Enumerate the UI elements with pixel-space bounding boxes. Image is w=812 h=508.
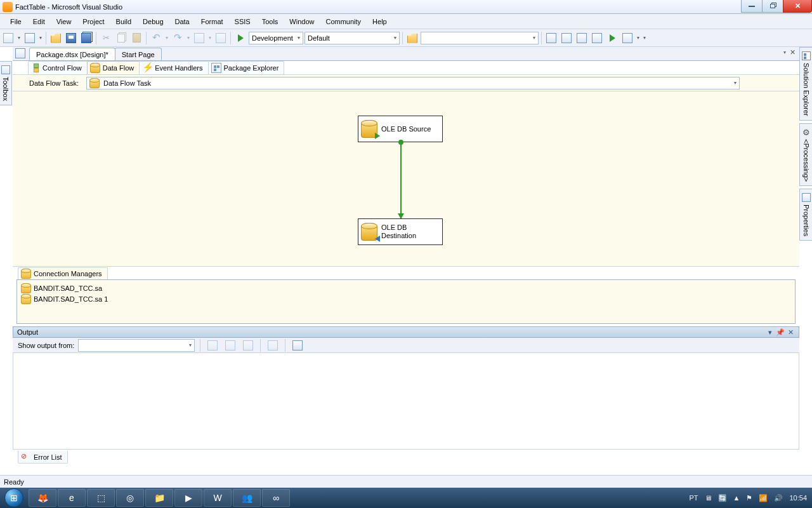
ssis-btn-1[interactable] <box>544 31 558 45</box>
save-button[interactable] <box>64 31 78 45</box>
new-project-dropdown[interactable] <box>16 35 22 41</box>
tab-close-button[interactable]: ✕ <box>790 48 796 57</box>
output-prev-button[interactable] <box>223 338 237 352</box>
tab-list-dropdown[interactable] <box>782 50 787 55</box>
tray-icon-1[interactable]: 🖥 <box>705 494 712 502</box>
start-debug-button[interactable] <box>233 31 247 45</box>
solution-explorer-icon <box>802 51 811 60</box>
menu-build[interactable]: Build <box>111 16 136 27</box>
paste-button[interactable] <box>129 31 143 45</box>
menu-debug[interactable]: Debug <box>138 16 168 27</box>
show-output-from-combo[interactable]: ▾ <box>78 339 195 352</box>
output-panel-header[interactable]: Output ▾ 📌 ✕ <box>13 326 799 338</box>
undo-button[interactable] <box>149 31 163 45</box>
properties-tab[interactable]: Properties <box>799 189 812 241</box>
ssis-btn-4[interactable] <box>590 31 604 45</box>
tab-event-handlers[interactable]: Event Handlers <box>139 61 208 74</box>
ssis-btn-6-dropdown[interactable] <box>636 35 641 41</box>
connection-item[interactable]: BANDIT.SAD_TCC.sa <box>20 283 792 293</box>
connection-managers-tab[interactable]: Connection Managers <box>18 267 108 279</box>
nav-fwd-button[interactable] <box>214 31 228 45</box>
data-flow-task-combo[interactable]: Data Flow Task▾ <box>86 77 740 90</box>
data-flow-canvas[interactable]: OLE DB Source OLE DBDestination <box>13 91 799 267</box>
undo-dropdown[interactable] <box>164 35 169 41</box>
menu-help[interactable]: Help <box>367 16 392 27</box>
taskbar-visual-studio[interactable]: ∞ <box>262 489 290 507</box>
save-all-button[interactable] <box>79 31 93 45</box>
cut-button[interactable] <box>99 31 113 45</box>
tab-control-flow[interactable]: Control Flow <box>28 61 88 74</box>
copy-button[interactable] <box>114 31 128 45</box>
ole-db-source-node[interactable]: OLE DB Source <box>358 116 443 142</box>
start-button[interactable] <box>0 488 28 508</box>
menu-file[interactable]: File <box>5 16 27 27</box>
ssis-btn-6[interactable] <box>620 31 634 45</box>
ssis-btn-3[interactable] <box>575 31 589 45</box>
toolbox-handle-icon[interactable] <box>15 48 25 58</box>
taskbar-explorer[interactable]: 📁 <box>145 489 173 507</box>
output-textarea[interactable] <box>13 353 799 450</box>
redo-button[interactable] <box>171 31 185 45</box>
menu-format[interactable]: Format <box>196 16 228 27</box>
solution-explorer-tab[interactable]: Solution Explorer <box>799 47 812 121</box>
menu-view[interactable]: View <box>51 16 77 27</box>
system-tray[interactable]: PT 🖥 🔄 ▲ ⚑ 📶 🔊 10:54 <box>690 494 812 502</box>
tray-volume-icon[interactable]: 🔊 <box>774 494 783 502</box>
output-next-button[interactable] <box>241 338 255 352</box>
toolbar-overflow[interactable] <box>642 35 647 41</box>
tray-network-icon[interactable]: 📶 <box>759 494 768 502</box>
maximize-button[interactable] <box>762 0 783 13</box>
menu-data[interactable]: Data <box>170 16 195 27</box>
output-find-msg-button[interactable] <box>206 338 219 352</box>
menu-window[interactable]: Window <box>284 16 319 27</box>
taskbar-app-2[interactable]: 👥 <box>233 489 261 507</box>
error-list-tab[interactable]: ⊘Error List <box>18 451 68 464</box>
ssis-btn-2[interactable] <box>560 31 573 45</box>
menu-community[interactable]: Community <box>320 16 366 27</box>
config-combo[interactable]: Development▾ <box>249 32 303 44</box>
taskbar-firefox[interactable]: 🦊 <box>29 489 56 507</box>
output-close-button[interactable]: ✕ <box>786 328 795 337</box>
add-item-dropdown[interactable] <box>38 35 43 41</box>
tray-clock[interactable]: 10:54 <box>789 494 807 502</box>
tab-package-explorer[interactable]: Package Explorer <box>208 61 285 74</box>
tab-data-flow[interactable]: Data Flow <box>87 61 140 74</box>
open-button[interactable] <box>49 31 63 45</box>
nav-back-dropdown[interactable] <box>207 35 213 41</box>
redo-dropdown[interactable] <box>186 35 191 41</box>
connection-managers-panel[interactable]: BANDIT.SAD_TCC.sa BANDIT.SAD_TCC.sa 1 <box>16 279 796 324</box>
ssis-btn-5[interactable] <box>605 31 619 45</box>
tray-flag-icon[interactable]: ▲ <box>733 494 740 502</box>
find-button[interactable] <box>405 31 419 45</box>
output-pin-button[interactable]: 📌 <box>776 328 785 337</box>
tray-icon-2[interactable]: 🔄 <box>718 494 727 502</box>
tab-start-page[interactable]: Start Page <box>115 48 162 60</box>
taskbar-app-1[interactable]: ⬚ <box>87 489 115 507</box>
taskbar-media[interactable]: ▶ <box>174 489 202 507</box>
tab-package-dtsx[interactable]: Package.dtsx [Design]* <box>29 48 115 60</box>
output-clear-button[interactable] <box>266 338 280 352</box>
toolbox-panel-tab[interactable]: Toolbox <box>0 61 12 105</box>
close-button[interactable] <box>783 0 812 13</box>
ole-db-destination-node[interactable]: OLE DBDestination <box>358 218 443 245</box>
output-window-position-button[interactable]: ▾ <box>766 328 775 337</box>
output-wrap-button[interactable] <box>291 338 304 352</box>
taskbar-chrome[interactable]: ◎ <box>116 489 144 507</box>
menu-tools[interactable]: Tools <box>257 16 284 27</box>
new-project-button[interactable] <box>1 31 15 45</box>
data-flow-path[interactable] <box>400 142 402 218</box>
taskbar-word[interactable]: W <box>204 489 232 507</box>
platform-combo[interactable]: Default▾ <box>304 32 400 44</box>
taskbar-ie[interactable]: e <box>58 489 86 507</box>
menu-ssis[interactable]: SSIS <box>230 16 256 27</box>
menu-project[interactable]: Project <box>77 16 109 27</box>
find-combo[interactable]: ▾ <box>421 32 539 44</box>
tray-flag-icon[interactable]: ⚑ <box>746 494 752 502</box>
lang-indicator[interactable]: PT <box>690 494 698 502</box>
processing-tab[interactable]: <Processing> <box>799 123 812 186</box>
minimize-button[interactable] <box>741 0 763 13</box>
menu-edit[interactable]: Edit <box>28 16 50 27</box>
nav-back-button[interactable] <box>192 31 206 45</box>
connection-item[interactable]: BANDIT.SAD_TCC.sa 1 <box>20 293 792 304</box>
add-item-button[interactable] <box>23 31 37 45</box>
